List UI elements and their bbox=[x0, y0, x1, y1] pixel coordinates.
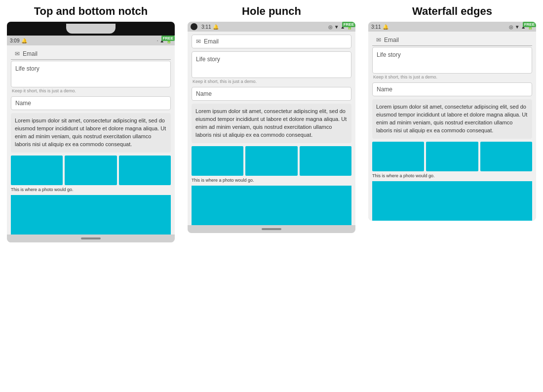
status-bar-3: 3:11 🔔 ◎ ▼ ▲ 🔋 FREE bbox=[368, 22, 536, 32]
bottom-pill-1 bbox=[81, 237, 101, 239]
name-label-2: Name bbox=[196, 90, 212, 97]
photo-grid-wrapper-3: This is where a photo would go. bbox=[372, 142, 532, 178]
phone-frame-1: 3:09 🔔 · ▲ 🔋 FREE ✉ Email Life story bbox=[7, 22, 175, 242]
notch-cutout bbox=[66, 24, 116, 34]
status-bar-1: 3:09 🔔 · ▲ 🔋 FREE bbox=[7, 36, 175, 45]
column-title-1: Top and bottom notch bbox=[34, 5, 148, 18]
status-bar-left-1: 3:09 🔔 bbox=[10, 38, 27, 43]
phone-content-2: ✉ Email Life story Keep it short, this i… bbox=[188, 32, 355, 225]
email-icon-2: ✉ bbox=[196, 38, 201, 45]
column-waterfall: Waterfall edges 3:11 🔔 ◎ ▼ ▲ 🔋 FREE ✉ Em… bbox=[362, 5, 543, 242]
email-field-3[interactable]: ✉ Email bbox=[372, 35, 532, 46]
bottom-bar-1 bbox=[7, 235, 175, 242]
photo-tile-3b bbox=[426, 142, 478, 171]
status-icon-2: 🔔 bbox=[213, 24, 219, 30]
email-icon-1: ✉ bbox=[15, 50, 20, 57]
status-bar-left-2: 3:11 🔔 bbox=[191, 23, 219, 30]
photo-grid-2 bbox=[192, 146, 351, 176]
photo-grid-wrapper-2: This is where a photo would go. bbox=[192, 146, 351, 183]
email-field-2[interactable]: ✉ Email bbox=[192, 35, 351, 48]
lorem-text-2: Lorem ipsum dolor sit amet, consectetur … bbox=[195, 108, 347, 138]
blue-banner-3 bbox=[372, 181, 532, 221]
page-wrapper: Top and bottom notch 3:09 🔔 · ▲ 🔋 FREE bbox=[0, 0, 543, 242]
name-field-2[interactable]: Name bbox=[192, 87, 351, 101]
status-time-1: 3:09 bbox=[10, 38, 19, 43]
photo-tile-3c bbox=[480, 142, 532, 171]
phone-content-1: ✉ Email Life story Keep it short, this i… bbox=[7, 45, 175, 235]
status-time-2: 3:11 bbox=[201, 24, 211, 30]
life-story-field-3[interactable]: Life story bbox=[372, 47, 532, 74]
status-badge-2: FREE bbox=[342, 22, 355, 27]
photo-tile-2c bbox=[300, 146, 351, 176]
photo-tile-1b bbox=[65, 156, 116, 185]
hole-punch-camera bbox=[191, 23, 197, 30]
column-hole-punch: Hole punch 3:11 🔔 ◎ ▼ ▲ 🔋 FREE ✉ Em bbox=[181, 5, 362, 242]
photo-tile-2b bbox=[245, 146, 297, 176]
name-label-3: Name bbox=[377, 86, 392, 93]
photo-caption-2: This is where a photo would go. bbox=[192, 178, 351, 183]
lorem-box-1: Lorem ipsum dolor sit amet, consectetur … bbox=[11, 113, 171, 153]
name-field-3[interactable]: Name bbox=[372, 82, 532, 96]
life-story-label-3: Life story bbox=[377, 51, 401, 58]
name-label-1: Name bbox=[15, 100, 31, 107]
life-story-field-1[interactable]: Life story bbox=[11, 61, 171, 87]
helper-text-2: Keep it short, this is just a demo. bbox=[192, 79, 351, 84]
photo-grid-3 bbox=[372, 142, 532, 171]
email-label-1: Email bbox=[23, 50, 38, 57]
life-story-field-2[interactable]: Life story bbox=[192, 51, 351, 78]
photo-tile-1c bbox=[119, 156, 171, 185]
lorem-text-3: Lorem ipsum dolor sit amet, consectetur … bbox=[376, 104, 527, 133]
life-story-label-1: Life story bbox=[15, 65, 39, 72]
lorem-box-2: Lorem ipsum dolor sit amet, consectetur … bbox=[192, 104, 351, 143]
email-field-1[interactable]: ✉ Email bbox=[11, 48, 171, 60]
phone-content-3: ✉ Email Life story Keep it short, this i… bbox=[368, 32, 536, 221]
blue-banner-1 bbox=[11, 195, 171, 235]
helper-text-3: Keep it short, this is just a demo. bbox=[372, 75, 532, 79]
status-badge-3: FREE bbox=[523, 22, 536, 27]
photo-grid-wrapper-1: This is where a photo would go. bbox=[11, 156, 171, 192]
photo-caption-3: This is where a photo would go. bbox=[372, 173, 532, 178]
photo-tile-2a bbox=[192, 146, 243, 176]
blue-banner-2 bbox=[192, 186, 351, 225]
photo-tile-1a bbox=[11, 156, 63, 185]
column-top-bottom-notch: Top and bottom notch 3:09 🔔 · ▲ 🔋 FREE bbox=[0, 5, 181, 242]
column-title-3: Waterfall edges bbox=[412, 5, 492, 18]
top-notch bbox=[7, 22, 175, 36]
photo-caption-1: This is where a photo would go. bbox=[11, 187, 171, 192]
status-icon-1: 🔔 bbox=[21, 38, 27, 43]
name-field-1[interactable]: Name bbox=[11, 96, 171, 110]
photo-tile-3a bbox=[372, 142, 424, 171]
helper-text-1: Keep it short, this is just a demo. bbox=[11, 88, 171, 93]
phone-frame-2: 3:11 🔔 ◎ ▼ ▲ 🔋 FREE ✉ Email Life story bbox=[188, 22, 355, 233]
email-icon-3: ✉ bbox=[376, 37, 381, 43]
status-time-3: 3:11 bbox=[371, 24, 381, 30]
lorem-box-3: Lorem ipsum dolor sit amet, consectetur … bbox=[372, 99, 532, 139]
status-bar-left-3: 3:11 🔔 bbox=[371, 24, 388, 30]
bottom-bar-2 bbox=[188, 225, 355, 233]
phone-frame-3: 3:11 🔔 ◎ ▼ ▲ 🔋 FREE ✉ Email Life story bbox=[368, 22, 536, 221]
status-icon-3: 🔔 bbox=[383, 24, 388, 30]
status-bar-2: 3:11 🔔 ◎ ▼ ▲ 🔋 FREE bbox=[188, 22, 355, 32]
email-label-2: Email bbox=[204, 38, 219, 45]
status-badge-1: FREE bbox=[161, 36, 175, 41]
photo-grid-1 bbox=[11, 156, 171, 185]
email-label-3: Email bbox=[384, 37, 399, 43]
column-title-2: Hole punch bbox=[242, 5, 301, 18]
life-story-label-2: Life story bbox=[196, 56, 220, 63]
lorem-text-1: Lorem ipsum dolor sit amet, consectetur … bbox=[15, 118, 166, 147]
bottom-pill-2 bbox=[262, 228, 281, 230]
